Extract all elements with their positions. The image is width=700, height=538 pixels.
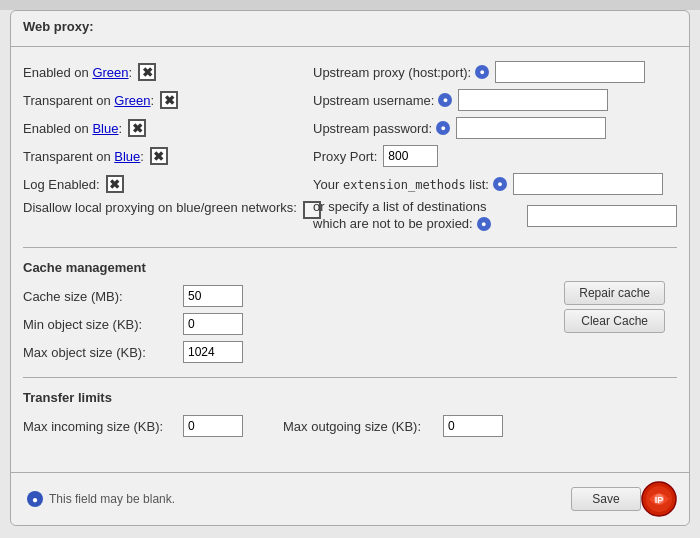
upstream-password-row: Upstream password: ● <box>313 115 677 141</box>
upstream-proxy-info[interactable]: ● <box>475 65 489 79</box>
upstream-proxy-row: Upstream proxy (host:port): ● <box>313 59 677 85</box>
transfer-section-title: Transfer limits <box>11 384 689 407</box>
extension-methods-row: Your extension_methods list: ● <box>313 171 677 197</box>
min-object-label: Min object size (KB): <box>23 317 183 332</box>
max-incoming-label: Max incoming size (KB): <box>23 419 183 434</box>
proxy-port-input[interactable] <box>383 145 438 167</box>
log-enabled-label: Log Enabled: <box>23 177 100 192</box>
max-outgoing-input[interactable] <box>443 415 503 437</box>
clear-cache-button[interactable]: Clear Cache <box>564 309 665 333</box>
transparent-blue-label: Transparent on Blue: <box>23 149 144 164</box>
transparent-green-label: Transparent on Green: <box>23 93 154 108</box>
cache-size-label: Cache size (MB): <box>23 289 183 304</box>
transfer-row: Max incoming size (KB): Max outgoing siz… <box>23 413 677 439</box>
save-button[interactable]: Save <box>571 487 641 511</box>
svg-text:IP: IP <box>655 495 664 505</box>
not-proxied-input[interactable] <box>527 205 677 227</box>
footer-info-dot: ● <box>27 491 43 507</box>
enabled-green-row: Enabled on Green: <box>23 59 303 85</box>
enabled-green-label: Enabled on Green: <box>23 65 132 80</box>
proxy-port-row: Proxy Port: <box>313 143 677 169</box>
upstream-proxy-input[interactable] <box>495 61 645 83</box>
max-outgoing-label: Max outgoing size (KB): <box>283 419 443 434</box>
upstream-proxy-label: Upstream proxy (host:port): <box>313 65 471 80</box>
extension-methods-info[interactable]: ● <box>493 177 507 191</box>
repair-cache-button[interactable]: Repair cache <box>564 281 665 305</box>
not-proxied-label: which are not to be proxied: <box>313 216 473 231</box>
upstream-password-label: Upstream password: <box>313 121 432 136</box>
upstream-username-input[interactable] <box>458 89 608 111</box>
bottom-info: ● This field may be blank. <box>23 491 571 507</box>
max-incoming-input[interactable] <box>183 415 243 437</box>
transparent-green-row: Transparent on Green: <box>23 87 303 113</box>
enabled-blue-checkbox[interactable] <box>128 119 146 137</box>
blue-link-2[interactable]: Blue <box>114 149 140 164</box>
footer-info-text: This field may be blank. <box>49 492 175 506</box>
upstream-username-label: Upstream username: <box>313 93 434 108</box>
upstream-username-info[interactable]: ● <box>438 93 452 107</box>
transparent-blue-checkbox[interactable] <box>150 147 168 165</box>
max-object-row: Max object size (KB): <box>23 339 243 365</box>
min-object-row: Min object size (KB): <box>23 311 243 337</box>
cache-size-row: Cache size (MB): <box>23 283 243 309</box>
extension-methods-input[interactable] <box>513 173 663 195</box>
max-object-input[interactable] <box>183 341 243 363</box>
disallow-row: Disallow local proxying on blue/green ne… <box>23 199 303 235</box>
enabled-blue-row: Enabled on Blue: <box>23 115 303 141</box>
upstream-password-input[interactable] <box>456 117 606 139</box>
not-proxied-info[interactable]: ● <box>477 217 491 231</box>
cache-size-input[interactable] <box>183 285 243 307</box>
bottom-bar: ● This field may be blank. Save IP <box>11 472 689 525</box>
green-link-2[interactable]: Green <box>114 93 150 108</box>
min-object-input[interactable] <box>183 313 243 335</box>
upstream-username-row: Upstream username: ● <box>313 87 677 113</box>
transparent-green-checkbox[interactable] <box>160 91 178 109</box>
enabled-green-checkbox[interactable] <box>138 63 156 81</box>
cache-buttons: Repair cache Clear Cache <box>564 281 665 333</box>
blue-link-1[interactable]: Blue <box>92 121 118 136</box>
panel-title: Web proxy: <box>11 11 689 40</box>
extension-methods-label: Your extension_methods list: <box>313 177 489 192</box>
log-enabled-checkbox[interactable] <box>106 175 124 193</box>
disallow-label: Disallow local proxying on blue/green ne… <box>23 199 297 217</box>
transparent-blue-row: Transparent on Blue: <box>23 143 303 169</box>
or-specify-label: or specify a list of destinations <box>313 199 521 214</box>
green-link-1[interactable]: Green <box>92 65 128 80</box>
cache-section-title: Cache management <box>11 254 689 277</box>
enabled-blue-label: Enabled on Blue: <box>23 121 122 136</box>
log-enabled-row: Log Enabled: <box>23 171 303 197</box>
max-object-label: Max object size (KB): <box>23 345 183 360</box>
proxy-port-label: Proxy Port: <box>313 149 377 164</box>
not-proxied-row: or specify a list of destinations which … <box>313 199 677 235</box>
upstream-password-info[interactable]: ● <box>436 121 450 135</box>
ipcop-logo: IP <box>641 481 677 517</box>
